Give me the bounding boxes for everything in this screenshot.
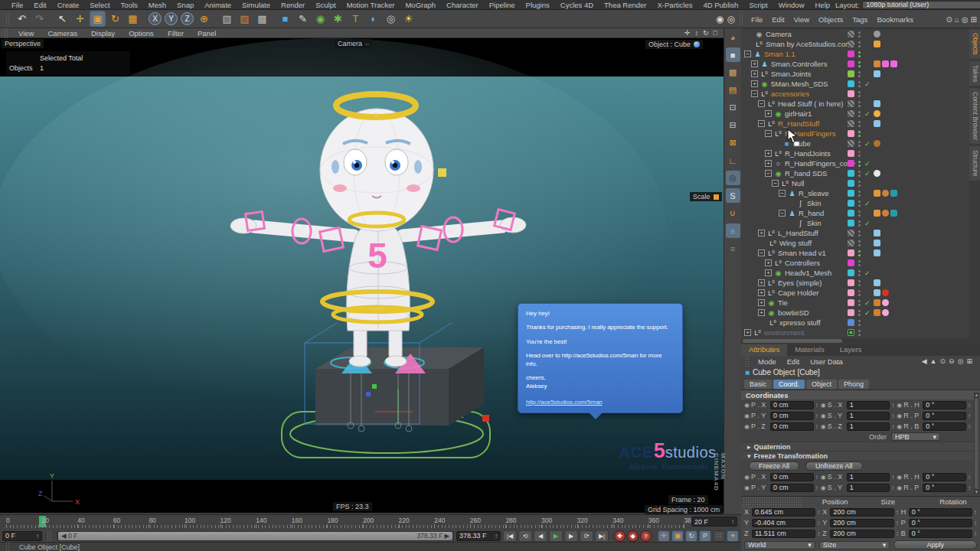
menu-pipeline[interactable]: Pipeline (484, 1, 521, 9)
pin-icon[interactable]: ▲ (930, 357, 937, 365)
object-tag-icon[interactable] (874, 100, 880, 107)
layer-color-chip[interactable] (848, 210, 854, 217)
menu-select[interactable]: Select (84, 1, 115, 9)
range-end-field[interactable]: 378.33 F↕ (456, 531, 501, 541)
side-tab-content-browser[interactable]: Content Browser (969, 88, 980, 144)
object-tag-icon[interactable] (882, 299, 889, 306)
field-input[interactable]: 0 ° (923, 484, 966, 492)
stepper-icon[interactable]: ↕ (896, 520, 899, 527)
tree-item-5man-mesh-sds[interactable]: +◉5Man.Mesh_SDS✓ (741, 79, 969, 89)
layer-color-chip[interactable] (848, 100, 854, 107)
visibility-dot-editor[interactable] (858, 71, 861, 73)
stepper-icon[interactable]: ↕ (974, 530, 977, 537)
unfreeze-all-button[interactable]: Unfreeze All (805, 461, 863, 471)
lock-x-axis-button[interactable]: X (149, 12, 162, 25)
attributes-scrollbar[interactable]: ▲▼ (974, 393, 979, 494)
layer-color-chip[interactable] (848, 80, 854, 87)
menu-x-particles[interactable]: X-Particles (652, 1, 698, 9)
visibility-dot-render[interactable] (858, 224, 861, 227)
stepper-icon[interactable]: ↕ (968, 402, 971, 409)
snap-mode-icon[interactable]: S (726, 188, 740, 203)
range-start-field[interactable]: 0 F↕ (2, 531, 42, 541)
undo-icon[interactable]: ↶ (14, 11, 30, 27)
collapse-icon[interactable]: − (744, 51, 751, 57)
field-input[interactable]: 0 ° (923, 422, 966, 431)
size-mode-select[interactable]: Size▾ (819, 541, 890, 549)
polygons-mode-icon[interactable]: ⊠ (726, 135, 740, 150)
drag-grip[interactable] (4, 28, 9, 38)
visibility-dot-editor[interactable] (858, 250, 861, 253)
stepper-icon[interactable]: ↕ (891, 484, 894, 491)
field-input[interactable]: 0 ° (923, 412, 966, 420)
goto-end-button[interactable]: ▶| (595, 530, 609, 542)
layer-color-chip[interactable] (848, 170, 854, 177)
collapse-icon[interactable]: − (765, 170, 772, 177)
visibility-dot-editor[interactable] (858, 240, 861, 243)
collapse-icon[interactable]: − (765, 130, 772, 137)
tree-item-headv1-mesh[interactable]: +◉Headv1_Mesh✓ (741, 268, 969, 278)
ace5studios-link[interactable]: http://ace5studios.com/5man (526, 399, 603, 406)
expand-icon[interactable]: + (758, 309, 765, 316)
visibility-dots[interactable] (858, 81, 861, 87)
visibility-dot-render[interactable] (858, 274, 861, 276)
keyframe-radio-icon[interactable] (821, 422, 826, 430)
stepper-icon[interactable]: ↕ (817, 530, 820, 537)
visibility-dot-render[interactable] (858, 55, 861, 57)
visibility-dot-editor[interactable] (858, 300, 861, 302)
visibility-dots[interactable] (858, 121, 861, 127)
expand-icon[interactable]: + (744, 329, 751, 336)
visibility-dot-render[interactable] (858, 125, 861, 127)
om-menu-view[interactable]: View (789, 15, 814, 24)
keyframe-radio-icon[interactable] (744, 401, 750, 409)
menu-create[interactable]: Create (52, 1, 85, 9)
layer-color-chip[interactable] (848, 230, 854, 236)
visibility-dots[interactable] (858, 210, 861, 217)
tree-item-tie[interactable]: +◉Tie✓ (741, 298, 969, 308)
axis-mode-icon[interactable]: ∟ (726, 153, 740, 168)
tree-item-l-handstuff[interactable]: +L⁰L_HandStuff (741, 228, 969, 238)
stepper-icon[interactable]: ↕ (974, 509, 977, 516)
tree-item-camera[interactable]: ◉Camera (741, 29, 969, 39)
visibility-dot-editor[interactable] (858, 220, 861, 223)
keyframe-radio-icon[interactable] (744, 412, 750, 419)
visibility-dot-editor[interactable] (858, 91, 861, 93)
enabled-check-icon[interactable]: ✓ (864, 140, 871, 148)
filter-eye-icon[interactable]: ◎ (962, 15, 969, 24)
field-input[interactable]: 0 cm (770, 401, 814, 409)
model-mode-icon[interactable]: ■ (726, 47, 740, 62)
object-tag-icon[interactable] (874, 190, 880, 197)
visibility-dots[interactable] (858, 290, 861, 296)
om-menu-bookmarks[interactable]: Bookmarks (872, 15, 918, 24)
stepper-icon[interactable]: ↕ (968, 474, 971, 481)
side-tab-objects[interactable]: Objects (969, 29, 980, 59)
pla-record-toggle[interactable]: ∷ (713, 530, 725, 542)
scale-record-toggle[interactable]: ▣ (671, 530, 684, 542)
object-tag-icon[interactable] (874, 240, 880, 246)
scale-tool-icon[interactable]: ▣ (90, 11, 106, 27)
visibility-dot-render[interactable] (858, 204, 861, 207)
visibility-dot-editor[interactable] (858, 181, 861, 183)
object-tag-icon[interactable] (874, 120, 880, 127)
visibility-dot-render[interactable] (858, 314, 861, 316)
previous-frame-button[interactable]: ◀ (534, 530, 547, 542)
new-panel-icon[interactable]: ⊞ (966, 357, 972, 365)
expand-icon[interactable]: + (758, 289, 765, 296)
layer-lock-icon[interactable]: ≡ (726, 241, 740, 256)
menu-character[interactable]: Character (441, 1, 484, 9)
render-settings-icon[interactable]: ▨ (237, 11, 253, 27)
visibility-dot-editor[interactable] (858, 230, 861, 233)
visibility-dot-editor[interactable] (858, 171, 861, 173)
menu-edit[interactable]: Edit (28, 1, 51, 9)
stepper-icon[interactable]: ↕ (974, 520, 977, 527)
layer-color-chip[interactable] (848, 259, 854, 266)
object-tag-icon[interactable] (874, 210, 880, 217)
freeze-transformation-section[interactable]: ▾ Freeze Transformation (741, 451, 980, 460)
stepper-icon[interactable]: ↕ (815, 474, 818, 481)
keyframe-radio-icon[interactable] (897, 473, 902, 481)
visibility-dots[interactable] (858, 220, 861, 227)
keyframe-radio-icon[interactable] (897, 401, 902, 409)
subtab-phong[interactable]: Phong (838, 380, 869, 389)
object-tag-icon[interactable] (874, 309, 880, 316)
tree-item-accessories[interactable]: −L⁰accessories (741, 89, 969, 99)
visibility-dots[interactable] (858, 280, 861, 286)
